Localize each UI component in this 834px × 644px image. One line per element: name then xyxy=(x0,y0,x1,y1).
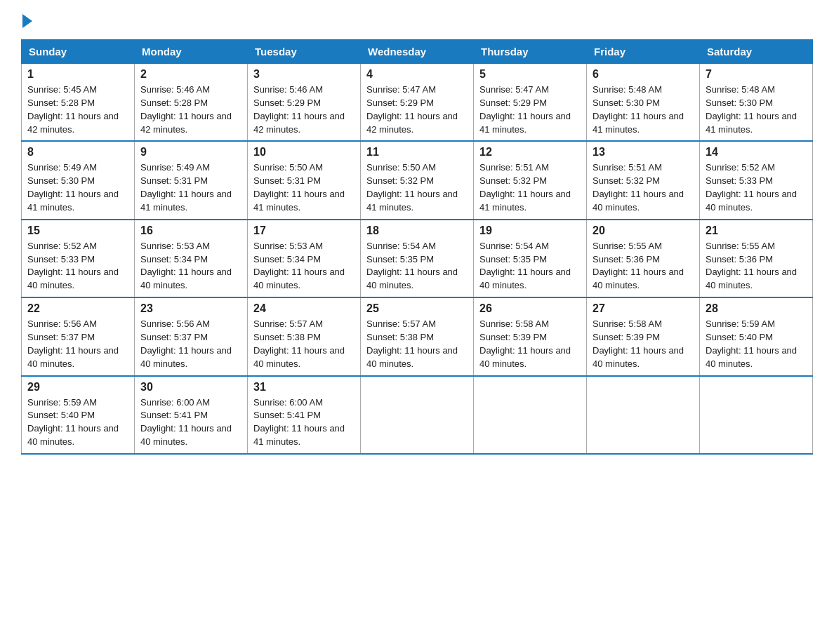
calendar-cell: 7 Sunrise: 5:48 AMSunset: 5:30 PMDayligh… xyxy=(700,64,813,142)
page-header xyxy=(21,14,813,27)
calendar-cell: 9 Sunrise: 5:49 AMSunset: 5:31 PMDayligh… xyxy=(135,141,248,219)
calendar-table: SundayMondayTuesdayWednesdayThursdayFrid… xyxy=(21,39,813,455)
calendar-cell: 28 Sunrise: 5:59 AMSunset: 5:40 PMDaylig… xyxy=(700,297,813,375)
calendar-week-row: 15 Sunrise: 5:52 AMSunset: 5:33 PMDaylig… xyxy=(22,220,813,297)
day-info: Sunrise: 5:55 AMSunset: 5:36 PMDaylight:… xyxy=(593,240,694,293)
column-header-thursday: Thursday xyxy=(474,40,587,64)
calendar-cell: 5 Sunrise: 5:47 AMSunset: 5:29 PMDayligh… xyxy=(474,64,587,142)
calendar-cell: 12 Sunrise: 5:51 AMSunset: 5:32 PMDaylig… xyxy=(474,141,587,219)
day-info: Sunrise: 5:54 AMSunset: 5:35 PMDaylight:… xyxy=(479,240,581,293)
day-number: 27 xyxy=(593,302,694,315)
day-info: Sunrise: 5:53 AMSunset: 5:34 PMDaylight:… xyxy=(140,240,241,293)
calendar-cell xyxy=(361,376,474,454)
calendar-cell: 2 Sunrise: 5:46 AMSunset: 5:28 PMDayligh… xyxy=(135,64,248,142)
day-number: 5 xyxy=(479,68,581,81)
day-number: 17 xyxy=(253,224,355,237)
calendar-cell: 24 Sunrise: 5:57 AMSunset: 5:38 PMDaylig… xyxy=(248,297,361,375)
day-info: Sunrise: 5:49 AMSunset: 5:30 PMDaylight:… xyxy=(27,161,128,214)
day-info: Sunrise: 5:46 AMSunset: 5:28 PMDaylight:… xyxy=(140,83,241,136)
calendar-cell: 25 Sunrise: 5:57 AMSunset: 5:38 PMDaylig… xyxy=(361,297,474,375)
day-info: Sunrise: 5:56 AMSunset: 5:37 PMDaylight:… xyxy=(140,318,241,370)
calendar-cell xyxy=(474,376,587,454)
calendar-week-row: 29 Sunrise: 5:59 AMSunset: 5:40 PMDaylig… xyxy=(22,376,813,454)
day-info: Sunrise: 5:47 AMSunset: 5:29 PMDaylight:… xyxy=(366,83,468,136)
calendar-cell: 22 Sunrise: 5:56 AMSunset: 5:37 PMDaylig… xyxy=(22,297,135,375)
day-info: Sunrise: 5:46 AMSunset: 5:29 PMDaylight:… xyxy=(253,83,355,136)
column-header-tuesday: Tuesday xyxy=(248,40,361,64)
calendar-cell xyxy=(700,376,813,454)
day-number: 19 xyxy=(479,224,581,237)
column-header-wednesday: Wednesday xyxy=(361,40,474,64)
day-number: 16 xyxy=(140,224,241,237)
calendar-cell: 17 Sunrise: 5:53 AMSunset: 5:34 PMDaylig… xyxy=(248,220,361,297)
day-number: 24 xyxy=(253,302,355,315)
day-info: Sunrise: 5:50 AMSunset: 5:32 PMDaylight:… xyxy=(366,161,468,214)
calendar-cell: 19 Sunrise: 5:54 AMSunset: 5:35 PMDaylig… xyxy=(474,220,587,297)
day-number: 25 xyxy=(366,302,468,315)
column-header-sunday: Sunday xyxy=(22,40,135,64)
calendar-cell: 27 Sunrise: 5:58 AMSunset: 5:39 PMDaylig… xyxy=(587,297,700,375)
day-number: 7 xyxy=(706,68,807,81)
day-info: Sunrise: 5:55 AMSunset: 5:36 PMDaylight:… xyxy=(706,240,807,293)
day-info: Sunrise: 6:00 AMSunset: 5:41 PMDaylight:… xyxy=(253,396,355,449)
day-number: 20 xyxy=(593,224,694,237)
day-info: Sunrise: 5:56 AMSunset: 5:37 PMDaylight:… xyxy=(27,318,128,370)
day-info: Sunrise: 5:47 AMSunset: 5:29 PMDaylight:… xyxy=(479,83,581,136)
day-info: Sunrise: 5:54 AMSunset: 5:35 PMDaylight:… xyxy=(366,240,468,293)
day-info: Sunrise: 5:59 AMSunset: 5:40 PMDaylight:… xyxy=(27,396,128,449)
calendar-cell: 11 Sunrise: 5:50 AMSunset: 5:32 PMDaylig… xyxy=(361,141,474,219)
day-number: 22 xyxy=(27,302,128,315)
logo-triangle-icon xyxy=(22,14,32,28)
day-number: 15 xyxy=(27,224,128,237)
day-info: Sunrise: 5:52 AMSunset: 5:33 PMDaylight:… xyxy=(27,240,128,293)
calendar-week-row: 1 Sunrise: 5:45 AMSunset: 5:28 PMDayligh… xyxy=(22,64,813,142)
day-number: 8 xyxy=(27,146,128,159)
day-info: Sunrise: 5:49 AMSunset: 5:31 PMDaylight:… xyxy=(140,161,241,214)
day-number: 12 xyxy=(479,146,581,159)
day-number: 28 xyxy=(706,302,807,315)
calendar-cell: 1 Sunrise: 5:45 AMSunset: 5:28 PMDayligh… xyxy=(22,64,135,142)
calendar-cell: 3 Sunrise: 5:46 AMSunset: 5:29 PMDayligh… xyxy=(248,64,361,142)
day-number: 10 xyxy=(253,146,355,159)
day-info: Sunrise: 5:51 AMSunset: 5:32 PMDaylight:… xyxy=(593,161,694,214)
day-number: 18 xyxy=(366,224,468,237)
day-info: Sunrise: 5:51 AMSunset: 5:32 PMDaylight:… xyxy=(479,161,581,214)
calendar-cell: 23 Sunrise: 5:56 AMSunset: 5:37 PMDaylig… xyxy=(135,297,248,375)
day-info: Sunrise: 5:57 AMSunset: 5:38 PMDaylight:… xyxy=(366,318,468,370)
calendar-cell: 21 Sunrise: 5:55 AMSunset: 5:36 PMDaylig… xyxy=(700,220,813,297)
day-number: 4 xyxy=(366,68,468,81)
calendar-cell: 29 Sunrise: 5:59 AMSunset: 5:40 PMDaylig… xyxy=(22,376,135,454)
day-number: 9 xyxy=(140,146,241,159)
day-number: 21 xyxy=(706,224,807,237)
calendar-cell: 4 Sunrise: 5:47 AMSunset: 5:29 PMDayligh… xyxy=(361,64,474,142)
calendar-cell: 6 Sunrise: 5:48 AMSunset: 5:30 PMDayligh… xyxy=(587,64,700,142)
day-number: 3 xyxy=(253,68,355,81)
calendar-cell: 30 Sunrise: 6:00 AMSunset: 5:41 PMDaylig… xyxy=(135,376,248,454)
calendar-header-row: SundayMondayTuesdayWednesdayThursdayFrid… xyxy=(22,40,813,64)
day-number: 23 xyxy=(140,302,241,315)
day-number: 13 xyxy=(593,146,694,159)
day-number: 26 xyxy=(479,302,581,315)
calendar-cell: 26 Sunrise: 5:58 AMSunset: 5:39 PMDaylig… xyxy=(474,297,587,375)
calendar-week-row: 22 Sunrise: 5:56 AMSunset: 5:37 PMDaylig… xyxy=(22,297,813,375)
day-info: Sunrise: 6:00 AMSunset: 5:41 PMDaylight:… xyxy=(140,396,241,449)
day-number: 30 xyxy=(140,381,241,394)
day-number: 14 xyxy=(706,146,807,159)
calendar-week-row: 8 Sunrise: 5:49 AMSunset: 5:30 PMDayligh… xyxy=(22,141,813,219)
column-header-friday: Friday xyxy=(587,40,700,64)
day-number: 1 xyxy=(27,68,128,81)
calendar-cell: 10 Sunrise: 5:50 AMSunset: 5:31 PMDaylig… xyxy=(248,141,361,219)
calendar-cell: 14 Sunrise: 5:52 AMSunset: 5:33 PMDaylig… xyxy=(700,141,813,219)
calendar-cell: 8 Sunrise: 5:49 AMSunset: 5:30 PMDayligh… xyxy=(22,141,135,219)
day-number: 2 xyxy=(140,68,241,81)
day-info: Sunrise: 5:59 AMSunset: 5:40 PMDaylight:… xyxy=(706,318,807,370)
day-number: 29 xyxy=(27,381,128,394)
day-info: Sunrise: 5:48 AMSunset: 5:30 PMDaylight:… xyxy=(593,83,694,136)
calendar-cell: 18 Sunrise: 5:54 AMSunset: 5:35 PMDaylig… xyxy=(361,220,474,297)
day-info: Sunrise: 5:57 AMSunset: 5:38 PMDaylight:… xyxy=(253,318,355,370)
calendar-cell: 13 Sunrise: 5:51 AMSunset: 5:32 PMDaylig… xyxy=(587,141,700,219)
column-header-monday: Monday xyxy=(135,40,248,64)
day-info: Sunrise: 5:45 AMSunset: 5:28 PMDaylight:… xyxy=(27,83,128,136)
day-info: Sunrise: 5:50 AMSunset: 5:31 PMDaylight:… xyxy=(253,161,355,214)
day-number: 6 xyxy=(593,68,694,81)
